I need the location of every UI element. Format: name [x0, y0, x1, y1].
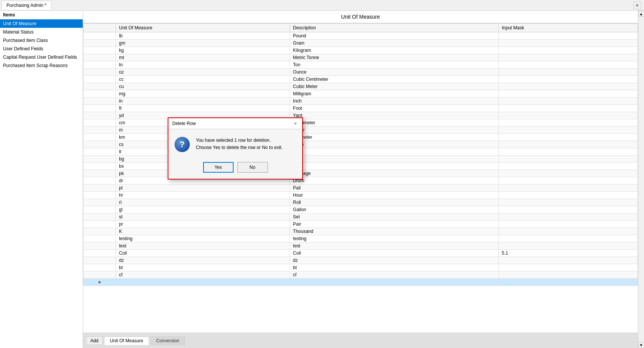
table-row[interactable]: KThousand: [83, 228, 638, 235]
dialog-close-button[interactable]: ×: [292, 120, 298, 127]
table-row[interactable]: bxBox: [83, 163, 638, 170]
cell-uom: kg: [116, 47, 290, 54]
table-row[interactable]: gmGram: [83, 40, 638, 47]
scroll-down-arrow[interactable]: ▼: [638, 342, 644, 348]
new-row-description[interactable]: [290, 279, 498, 286]
table-row[interactable]: mtMetric Tonne: [83, 54, 638, 61]
table-row[interactable]: kgKilogram: [83, 47, 638, 54]
row-indicator: [83, 61, 116, 69]
sidebar-item-purchased-item-class[interactable]: Purchased Item Class: [0, 36, 83, 45]
cell-input-mask: [498, 163, 638, 170]
table-row[interactable]: prPair: [83, 221, 638, 228]
cell-input-mask: [498, 69, 638, 76]
table-row[interactable]: mMeter: [83, 127, 638, 134]
table-row[interactable]: testingtesting: [83, 235, 638, 242]
dialog-titlebar: Delete Row ×: [168, 118, 302, 129]
table-row[interactable]: ozOunce: [83, 69, 638, 76]
table-row[interactable]: ftFoot: [83, 105, 638, 112]
row-indicator: [83, 105, 116, 112]
table-row[interactable]: hrHour: [83, 192, 638, 199]
right-scrollbar: ▲ ▼: [638, 11, 644, 348]
dialog-no-button[interactable]: No: [237, 162, 268, 173]
cell-input-mask: [498, 61, 638, 69]
row-indicator: [83, 83, 116, 90]
table-row[interactable]: cuCubic Meter: [83, 83, 638, 90]
table-row[interactable]: CoilCoil5.1: [83, 250, 638, 257]
table-row[interactable]: mgMilligram: [83, 90, 638, 98]
row-indicator: [83, 127, 116, 134]
table-row[interactable]: ltLot: [83, 148, 638, 156]
dialog-message-line1: You have selected 1 row for deletion.: [196, 138, 271, 143]
add-button[interactable]: Add: [86, 337, 103, 345]
col-header-description: Description: [290, 24, 498, 32]
table-row[interactable]: drDrum: [83, 177, 638, 184]
cell-uom: bt: [116, 264, 290, 271]
table-row[interactable]: rlRoll: [83, 199, 638, 206]
sidebar-item-user-defined-fields[interactable]: User Defined Fields: [0, 45, 83, 53]
table-row[interactable]: glGallon: [83, 206, 638, 213]
cell-input-mask: [498, 76, 638, 83]
tab-conversion[interactable]: Conversion: [151, 337, 185, 345]
table-row[interactable]: plPail: [83, 184, 638, 192]
cell-uom: gl: [116, 206, 290, 213]
cell-input-mask: [498, 192, 638, 199]
sidebar-item-capital-request-udf[interactable]: Capital Request User Defined Fields: [0, 53, 83, 61]
cell-description: Coil: [290, 250, 498, 257]
cell-input-mask: [498, 134, 638, 141]
scroll-up-arrow[interactable]: ▲: [638, 11, 644, 17]
dialog-body: ? You have selected 1 row for deletion. …: [168, 129, 302, 158]
cell-uom: in: [116, 98, 290, 105]
table-row[interactable]: cfcf: [83, 271, 638, 279]
table-row[interactable]: kmKilometer: [83, 134, 638, 141]
new-row[interactable]: ✱: [83, 279, 638, 286]
table-row[interactable]: ydYard: [83, 112, 638, 119]
table-row[interactable]: dzdz: [83, 257, 638, 264]
table-row[interactable]: testtest: [83, 242, 638, 250]
tab-unit-of-measure[interactable]: Unit Of Measure: [104, 337, 149, 345]
sidebar-item-purchased-item-scrap[interactable]: Purchased Item Scrap Reasons: [0, 61, 83, 70]
row-indicator: [83, 206, 116, 213]
close-button[interactable]: ×: [633, 2, 641, 9]
row-indicator: [83, 213, 116, 221]
title-tab[interactable]: Purchasing Admin *: [2, 1, 51, 10]
new-row-input-mask[interactable]: [498, 279, 638, 286]
sidebar-item-unit-of-measure[interactable]: Unit Of Measure: [0, 19, 83, 28]
table-row[interactable]: btbt: [83, 264, 638, 271]
cell-description: Case: [290, 141, 498, 148]
cell-uom: Coil: [116, 250, 290, 257]
table-row[interactable]: ccCubic Centimeter: [83, 76, 638, 83]
table-container[interactable]: Unit Of Measure Description Input Mask l…: [83, 23, 638, 333]
row-indicator: [83, 184, 116, 192]
cell-input-mask: [498, 83, 638, 90]
cell-description: Ton: [290, 61, 498, 69]
cell-uom: K: [116, 228, 290, 235]
cell-uom: dz: [116, 257, 290, 264]
table-row[interactable]: cmCentimeter: [83, 119, 638, 127]
new-row-uom[interactable]: [116, 279, 290, 286]
col-header-uom: Unit Of Measure: [116, 24, 290, 32]
table-row[interactable]: stSet: [83, 213, 638, 221]
cell-description: Centimeter: [290, 119, 498, 127]
sidebar-item-material-status[interactable]: Material Status: [0, 28, 83, 36]
table-row[interactable]: pkPackage: [83, 170, 638, 177]
dialog-message: You have selected 1 row for deletion. Ch…: [196, 137, 282, 151]
cell-description: Milligram: [290, 90, 498, 98]
content-area: Unit Of Measure Unit Of Measure Descript…: [83, 11, 638, 348]
cell-input-mask: 5.1: [498, 250, 638, 257]
row-indicator: [83, 235, 116, 242]
row-indicator: [83, 221, 116, 228]
cell-description: Cubic Meter: [290, 83, 498, 90]
cell-uom: lb: [116, 32, 290, 40]
table-row[interactable]: inInch: [83, 98, 638, 105]
table-row[interactable]: tnTon: [83, 61, 638, 69]
cell-description: Meter: [290, 127, 498, 134]
cell-input-mask: [498, 221, 638, 228]
table-row[interactable]: csCase: [83, 141, 638, 148]
cell-input-mask: [498, 184, 638, 192]
cell-uom: pr: [116, 221, 290, 228]
table-row[interactable]: lbPound: [83, 32, 638, 40]
dialog-yes-button[interactable]: Yes: [203, 162, 234, 173]
table-row[interactable]: bgBag: [83, 156, 638, 163]
main-container: Items Unit Of MeasureMaterial StatusPurc…: [0, 11, 644, 348]
cell-description: Gram: [290, 40, 498, 47]
